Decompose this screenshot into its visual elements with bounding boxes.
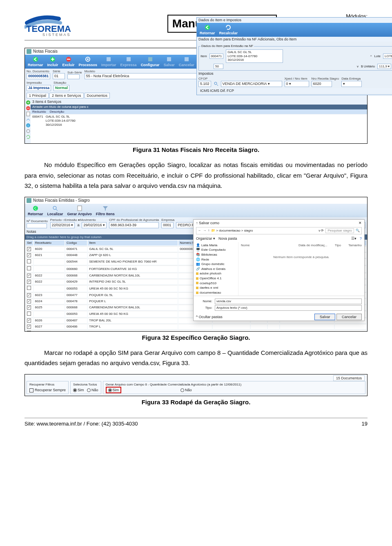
info-icon[interactable]: i bbox=[26, 123, 31, 128]
cfop-input[interactable]: 5.102 bbox=[198, 81, 211, 87]
gerar-arquivo-button[interactable]: Gerar Arquivo bbox=[66, 205, 93, 216]
pos-input[interactable]: 50 bbox=[214, 64, 223, 69]
sidebar-folder[interactable]: OpenOffice 4.1 bbox=[196, 276, 236, 281]
search-icon-2[interactable]: 🔍 bbox=[356, 229, 360, 233]
date-to[interactable]: 29/02/2016 ▾ bbox=[82, 222, 107, 228]
row-checkbox[interactable] bbox=[27, 286, 31, 290]
row-checkbox[interactable] bbox=[27, 312, 31, 316]
row-checkbox[interactable]: ✓ bbox=[27, 253, 31, 257]
sidebar-folder[interactable]: documentacao bbox=[196, 291, 236, 295]
siagro-input[interactable]: 6020 bbox=[312, 81, 332, 87]
doc-icon[interactable] bbox=[26, 111, 31, 116]
filetype-select[interactable]: Arquivos texto (*.csv) bbox=[215, 305, 362, 311]
date-from[interactable]: 22/02/2016 ▾ bbox=[50, 222, 75, 228]
sidebar-folder[interactable]: adobe photosh bbox=[196, 272, 236, 276]
sidebar-folder[interactable]: danfes e xml bbox=[196, 286, 236, 290]
dlg-tab-adicionais[interactable]: Adicionais, Obs do Item bbox=[258, 37, 296, 42]
sidebar-item[interactable]: 👥Grupo doméstic bbox=[196, 262, 236, 266]
search-icon[interactable] bbox=[214, 81, 218, 86]
tab-itens[interactable]: 3 Itens bbox=[32, 100, 43, 104]
help-icon[interactable]: ? bbox=[360, 236, 362, 241]
save-button-dlg[interactable]: Salvar bbox=[314, 314, 336, 320]
retornar-button[interactable]: Retornar bbox=[27, 56, 45, 67]
configurar-button[interactable]: Configurar bbox=[140, 56, 161, 67]
row-checkbox[interactable]: ✓ bbox=[27, 247, 31, 251]
doc-input-2[interactable] bbox=[27, 223, 47, 228]
row-checkbox[interactable]: ✓ bbox=[27, 299, 31, 303]
importar-button: Importar bbox=[100, 56, 118, 67]
nav-up-icon[interactable]: ↑ bbox=[208, 229, 209, 233]
sidebar-folder[interactable]: ccsetup510 bbox=[196, 281, 236, 285]
tab-fcp[interactable]: FCP bbox=[227, 89, 234, 93]
retornar-button-2[interactable]: Retornar bbox=[27, 205, 45, 216]
subserie-input[interactable] bbox=[67, 74, 80, 79]
empresa-code[interactable]: 0001 bbox=[161, 222, 174, 228]
sel-nao-radio[interactable] bbox=[87, 388, 91, 392]
tab-itens-servicos[interactable]: 2 Itens e Serviços bbox=[49, 93, 84, 99]
unit-input[interactable]: 111,9 ▾ bbox=[377, 64, 391, 69]
campo8-nao-radio[interactable] bbox=[180, 388, 184, 392]
close-icon[interactable]: ✕ bbox=[359, 221, 362, 225]
row-checkbox[interactable]: ✓ bbox=[27, 319, 31, 323]
tab-principal[interactable]: 1 Principal bbox=[27, 93, 49, 99]
localizar-button[interactable]: Localizar bbox=[46, 205, 65, 216]
row-checkbox[interactable] bbox=[27, 266, 31, 270]
xped-input[interactable]: 0 ▾ bbox=[285, 81, 309, 87]
row-checkbox[interactable]: ✓ bbox=[27, 305, 31, 310]
view-icon[interactable]: ☰▾ bbox=[351, 236, 356, 241]
sidebar-item[interactable]: 🔗Atalhos e Gerais bbox=[196, 267, 236, 271]
search-input[interactable]: Pesquisar siagro bbox=[325, 228, 354, 233]
plus-icon[interactable] bbox=[26, 100, 31, 105]
nav-fwd-icon[interactable]: → bbox=[203, 229, 206, 233]
sel-sim-radio[interactable] bbox=[73, 388, 77, 392]
processos-button[interactable]: Processos bbox=[78, 56, 99, 67]
row-checkbox[interactable]: ✓ bbox=[27, 325, 31, 329]
sidebar-item[interactable]: 📚Bibliotecas bbox=[196, 253, 236, 257]
cancel-button-dlg[interactable]: Cancelar bbox=[336, 314, 362, 320]
tab-icms[interactable]: ICMS bbox=[200, 89, 209, 93]
tab-icms-dif[interactable]: ICMS Dif. bbox=[210, 89, 226, 93]
table-row[interactable]: ✓6027000486TROP L bbox=[26, 324, 366, 329]
sidebar-item[interactable]: 👤Laila Maria bbox=[196, 243, 236, 247]
entrega-input[interactable]: ▾ bbox=[341, 81, 362, 87]
dlg-tab-dados[interactable]: Dados do Item para Emissão na NF bbox=[198, 37, 257, 42]
svg-rect-24 bbox=[78, 206, 82, 211]
minus-icon[interactable] bbox=[26, 106, 31, 111]
row-checkbox[interactable]: ✓ bbox=[27, 293, 31, 297]
filtro-itens-button[interactable]: Filtro Itens bbox=[95, 205, 116, 216]
rec-sempre-checkbox[interactable] bbox=[29, 388, 33, 392]
table-row[interactable]: ✓6028000004NIMBUS GL 5L bbox=[26, 330, 366, 331]
sidebar-item[interactable]: 🌐Rede bbox=[196, 258, 236, 262]
serie-label: Série bbox=[53, 69, 65, 74]
tab-servicos[interactable]: 4 Serviços bbox=[44, 100, 61, 104]
dlg-recalcular-button[interactable]: Recalcular bbox=[218, 24, 239, 36]
tab-notas[interactable]: Notas bbox=[27, 230, 36, 234]
cfop-desc-select[interactable]: VENDA DE MERCADORIA ▾ bbox=[221, 81, 282, 87]
dlg-retornar-button[interactable]: Retornar bbox=[198, 24, 216, 36]
item-code-input[interactable]: 000471 bbox=[209, 53, 224, 59]
nav-back-icon[interactable]: ← bbox=[198, 229, 201, 233]
tab-documentos[interactable]: Documentos bbox=[85, 93, 110, 99]
excluir-button[interactable]: Excluir bbox=[61, 56, 76, 67]
svg-rect-11 bbox=[167, 57, 171, 61]
incluir-button[interactable]: Incluir bbox=[46, 56, 60, 67]
lote-input[interactable]: LOTE:039-14-07780 bbox=[383, 53, 392, 59]
screenshot-siagro: Notas Fiscais Emitidas - Siagro Retornar… bbox=[24, 197, 368, 332]
svg-point-7 bbox=[87, 58, 89, 60]
row-checkbox[interactable]: ✓ bbox=[27, 274, 31, 278]
grid-row[interactable]: 000471 GALIL SC GL 5L LOTE:039-14-07780 … bbox=[31, 114, 367, 127]
sidebar-item[interactable]: 🖥️Este Computado bbox=[196, 248, 236, 252]
newfolder-button[interactable]: Nova pasta bbox=[218, 236, 237, 241]
refresh-icon[interactable] bbox=[26, 134, 31, 139]
gear-icon[interactable] bbox=[26, 129, 31, 134]
serie-input[interactable]: 01 bbox=[53, 73, 65, 79]
row-checkbox[interactable] bbox=[27, 259, 31, 263]
row-checkbox[interactable]: ✓ bbox=[27, 280, 31, 284]
row-checkbox[interactable]: ✓ bbox=[27, 331, 31, 331]
cpf-input[interactable]: 888.963.043-39 bbox=[109, 222, 159, 228]
hide-folders-button[interactable]: ^ Ocultar pastas bbox=[196, 315, 223, 319]
organize-button[interactable]: Organizar ▾ bbox=[196, 236, 215, 241]
campo8-sim-radio[interactable] bbox=[108, 388, 112, 392]
arrow-icon[interactable] bbox=[26, 117, 31, 122]
filename-input[interactable]: venda.csv bbox=[215, 299, 362, 304]
